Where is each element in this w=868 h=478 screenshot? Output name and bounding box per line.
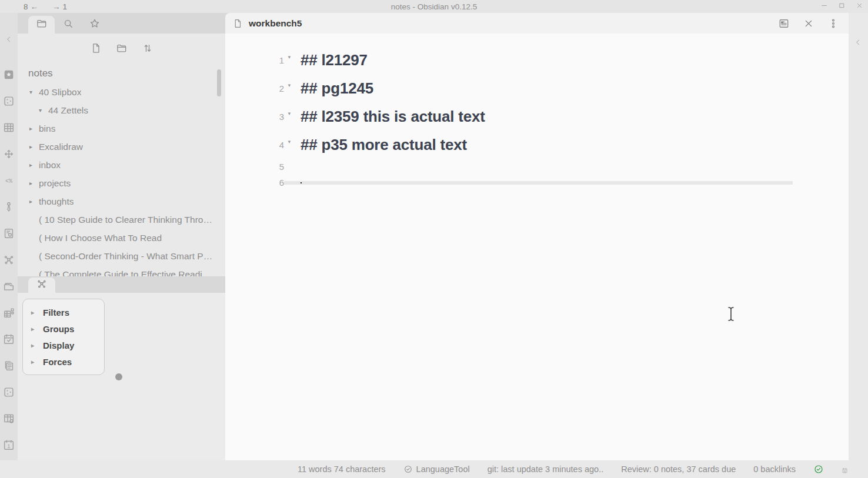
vault-name: notes	[28, 68, 225, 79]
graph-node[interactable]	[115, 373, 122, 380]
file-tree-item[interactable]: ( Second-Order Thinking - What Smart Pe…	[18, 247, 225, 265]
file-tree-item[interactable]: ( The Complete Guide to Effective Readi…	[18, 265, 225, 276]
tree-item-label: ( The Complete Guide to Effective Readi…	[39, 269, 211, 277]
close-button[interactable]	[855, 2, 863, 11]
expand-right-sidebar-button[interactable]	[854, 38, 862, 46]
graph-section-filters[interactable]: ▸Filters	[23, 304, 104, 320]
caret-right-icon: ▸	[31, 326, 38, 332]
editor-line-4[interactable]: 4▼## p35 more actual text	[225, 131, 849, 159]
folder-tree-item[interactable]: ▸thoughts	[18, 192, 225, 210]
fold-caret-icon[interactable]: ▼	[284, 111, 293, 116]
ribbon-icon-list: <%1	[2, 68, 15, 452]
tree-item-label: inbox	[39, 160, 61, 171]
daily-note-icon[interactable]: 1	[2, 439, 15, 452]
editor-line-5[interactable]: 5	[225, 159, 849, 175]
git-status[interactable]: git: last update 3 minutes ago..	[488, 464, 604, 474]
graph-view-icon[interactable]	[2, 253, 15, 266]
line-body[interactable]: ▼## l21297	[284, 51, 793, 69]
caret-down-icon[interactable]: ▾	[39, 107, 48, 113]
line-body[interactable]: ▼## p35 more actual text	[284, 136, 793, 154]
folder-tree-item[interactable]: ▾44 Zettels	[18, 101, 225, 119]
editor-line-2[interactable]: 2▼## pg1245	[225, 74, 849, 102]
note-title: workbench5	[249, 18, 302, 29]
random-note-icon[interactable]	[2, 95, 15, 108]
line-body[interactable]	[284, 165, 793, 169]
table-icon[interactable]	[2, 121, 15, 134]
folder-tree-item[interactable]: ▸projects	[18, 174, 225, 192]
caret-right-icon[interactable]: ▸	[29, 180, 39, 186]
blocks-grid-icon[interactable]	[2, 306, 15, 319]
card-stack-icon[interactable]	[2, 280, 15, 293]
caret-right-icon[interactable]: ▸	[29, 143, 39, 150]
sort-order-button[interactable]	[142, 42, 153, 54]
file-tree-item[interactable]: ( 10 Step Guide to Clearer Thinking Thro…	[18, 210, 225, 229]
tree-item-label: 44 Zettels	[48, 105, 88, 116]
sync-ok-check-icon[interactable]	[813, 464, 824, 474]
save-icon[interactable]	[842, 466, 848, 473]
editor-line-6[interactable]: 6	[225, 175, 849, 190]
line-body[interactable]	[284, 181, 793, 185]
fold-caret-icon[interactable]: ▼	[284, 83, 293, 88]
caret-right-icon: ▸	[31, 342, 38, 349]
maximize-icon	[838, 2, 846, 11]
calendar-check-icon[interactable]	[2, 333, 15, 346]
reading-view-button[interactable]	[778, 18, 790, 29]
fold-caret-icon[interactable]: ▼	[284, 139, 293, 145]
languagetool-status[interactable]: LanguageTool	[403, 464, 470, 474]
graph-canvas[interactable]: ▸Filters▸Groups▸Display▸Forces	[18, 293, 225, 460]
folder-tree-item[interactable]: ▸inbox	[18, 156, 225, 174]
caret-right-icon: ▸	[31, 309, 38, 316]
tree-item-label: ( 10 Step Guide to Clearer Thinking Thro…	[39, 215, 215, 225]
new-note-button[interactable]	[90, 42, 102, 54]
editor-line-3[interactable]: 3▼## l2359 this is actual text	[225, 102, 849, 131]
line-number: 1	[225, 55, 284, 65]
file-tree-item[interactable]: ( How I Choose What To Read	[18, 229, 225, 247]
editor-line-1[interactable]: 1▼## l21297	[225, 46, 849, 74]
pane-header-actions	[778, 18, 839, 29]
mouse-cursor-ibeam	[726, 306, 736, 322]
pin-tie-icon[interactable]	[2, 200, 15, 213]
tab-file-explorer[interactable]	[28, 16, 55, 34]
caret-right-icon[interactable]: ▸	[29, 198, 39, 205]
close-icon	[856, 2, 863, 11]
explorer-scrollbar-thumb[interactable]	[217, 69, 221, 96]
tab-starred[interactable]	[81, 16, 108, 34]
line-body[interactable]: ▼## pg1245	[284, 79, 793, 98]
folder-tree-item[interactable]: ▾40 Slipbox	[18, 83, 225, 101]
line-number: 2	[225, 83, 284, 93]
graph-section-forces[interactable]: ▸Forces	[23, 353, 104, 370]
line-body[interactable]: ▼## l2359 this is actual text	[284, 108, 793, 126]
tab-search[interactable]	[55, 16, 81, 34]
collapse-left-sidebar-button[interactable]	[5, 35, 13, 44]
svg-text:1: 1	[8, 443, 11, 449]
review-status[interactable]: Review: 0 notes, 37 cards due	[621, 464, 736, 474]
close-pane-button[interactable]	[803, 18, 814, 29]
graph-section-display[interactable]: ▸Display	[23, 337, 104, 353]
tree-item-label: projects	[39, 178, 71, 189]
caret-down-icon[interactable]: ▾	[29, 89, 39, 95]
duplicate-note-icon[interactable]	[2, 359, 15, 372]
table-settings-icon[interactable]	[2, 412, 15, 425]
folder-tree-item[interactable]: ▸Excalidraw	[18, 138, 225, 156]
sort-icon	[142, 46, 153, 56]
caret-right-icon[interactable]: ▸	[29, 125, 39, 132]
maximize-button[interactable]	[837, 2, 846, 11]
status-bar: 11 words 74 characters LanguageTool git:…	[0, 460, 868, 478]
graph-section-groups[interactable]: ▸Groups	[23, 320, 104, 337]
explorer-tabstrip	[18, 13, 225, 34]
editor-content[interactable]: 1▼## l212972▼## pg12453▼## l2359 this is…	[225, 34, 849, 460]
export-note-icon[interactable]	[2, 227, 15, 240]
minimize-button[interactable]	[820, 2, 828, 11]
backlinks-count[interactable]: 0 backlinks	[753, 464, 796, 474]
random-note-2-icon[interactable]	[2, 386, 15, 399]
caret-right-icon[interactable]: ▸	[29, 162, 39, 168]
starred-box-icon[interactable]	[2, 68, 15, 81]
more-options-button[interactable]	[827, 18, 839, 29]
fold-caret-icon[interactable]: ▼	[284, 55, 293, 60]
move-pane-icon[interactable]	[2, 148, 15, 161]
graph-controls-card: ▸Filters▸Groups▸Display▸Forces	[22, 299, 105, 375]
folder-tree-item[interactable]: ▸bins	[18, 119, 225, 138]
tab-graph-view[interactable]	[28, 278, 55, 293]
templater-icon[interactable]: <%	[2, 174, 15, 187]
new-folder-button[interactable]	[116, 42, 128, 54]
